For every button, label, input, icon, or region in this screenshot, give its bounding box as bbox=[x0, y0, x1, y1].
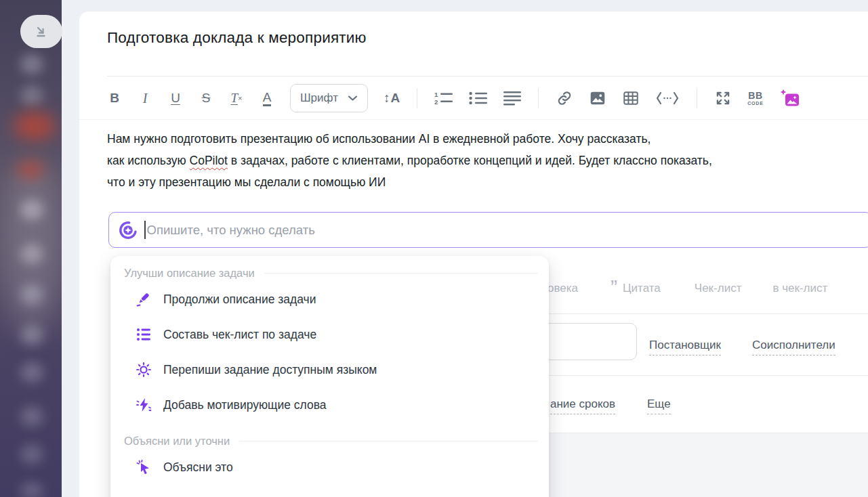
sun-icon bbox=[136, 362, 152, 378]
sidebar-item-blurred[interactable] bbox=[20, 325, 43, 345]
more-link[interactable]: Еще bbox=[647, 397, 671, 414]
copilot-suggestions-menu: Улучши описание задачи Продолжи описание… bbox=[110, 256, 549, 497]
menu-item-continue-description[interactable]: Продолжи описание задачи bbox=[110, 282, 549, 317]
quick-actions-row: овека ” Цитата Чек-лист в чек-лист bbox=[547, 280, 827, 297]
task-detail-panel: Подготовка доклада к мероприятию B I U S… bbox=[79, 12, 868, 497]
sidebar-item-blurred[interactable] bbox=[20, 200, 43, 220]
menu-item-add-motivation[interactable]: Добавь мотивирующие слова bbox=[110, 387, 549, 423]
app-window: Подготовка доклада к мероприятию B I U S… bbox=[0, 0, 868, 497]
mention-person-button[interactable]: овека bbox=[547, 282, 578, 295]
menu-item-explain-this[interactable]: Объясни это bbox=[110, 450, 549, 485]
checklist-icon bbox=[136, 326, 152, 343]
menu-section-header: Улучши описание задачи bbox=[110, 264, 538, 282]
sidebar-item-blurred[interactable] bbox=[20, 362, 43, 383]
copilot-placeholder: Опишите, что нужно сделать bbox=[147, 223, 315, 238]
creator-link[interactable]: Постановщик bbox=[649, 339, 721, 355]
text-cursor bbox=[144, 221, 146, 239]
deadline-planning-link[interactable]: ание сроков bbox=[550, 397, 615, 414]
quote-icon: ” bbox=[611, 284, 617, 293]
section-divider bbox=[526, 314, 868, 314]
pen-icon bbox=[136, 291, 152, 307]
quote-button[interactable]: ” Цитата bbox=[611, 282, 661, 295]
sidebar-collapse-button[interactable] bbox=[20, 15, 62, 48]
sidebar-item-blurred[interactable] bbox=[20, 284, 43, 305]
menu-item-rewrite-simple[interactable]: Перепиши задание доступным языком bbox=[110, 352, 549, 387]
coexecutors-link[interactable]: Соисполнители bbox=[752, 339, 835, 355]
menu-section-header: Объясни или уточни bbox=[110, 432, 538, 450]
sidebar-item-blurred[interactable] bbox=[20, 54, 43, 74]
bolt-icon bbox=[136, 397, 152, 413]
sidebar-item-blurred[interactable] bbox=[20, 244, 43, 264]
menu-item-make-checklist[interactable]: Составь чек-лист по задаче bbox=[110, 317, 549, 352]
sidebar-item-blurred[interactable] bbox=[20, 85, 43, 106]
cursor-click-icon bbox=[136, 459, 152, 475]
sidebar-item-blurred[interactable] bbox=[20, 444, 43, 464]
section-divider bbox=[526, 375, 868, 376]
sidebar-item-blurred[interactable] bbox=[20, 482, 43, 497]
copilot-prompt-input[interactable]: Опишите, что нужно сделать bbox=[108, 212, 868, 248]
sidebar-badge-blurred bbox=[14, 112, 56, 140]
to-checklist-button[interactable]: в чек-лист bbox=[772, 282, 827, 295]
checklist-button[interactable]: Чек-лист bbox=[695, 282, 742, 295]
copilot-icon bbox=[118, 220, 138, 240]
sidebar-nav bbox=[0, 0, 62, 497]
collapse-arrow-icon bbox=[33, 24, 49, 40]
sidebar-badge-blurred bbox=[16, 160, 45, 179]
sidebar-item-blurred[interactable] bbox=[20, 406, 43, 427]
